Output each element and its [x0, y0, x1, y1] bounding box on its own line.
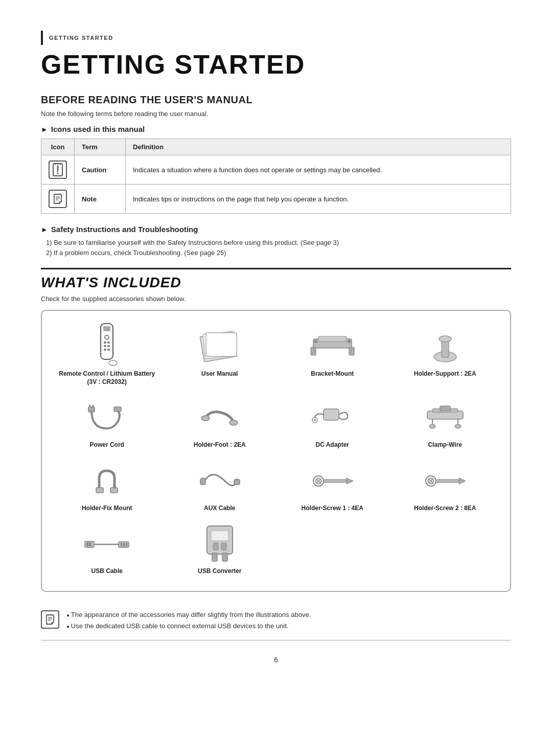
remote-img: [81, 326, 132, 367]
svg-rect-15: [107, 345, 110, 347]
dc-adapter-label: DC Adapter: [315, 441, 349, 449]
usb-converter-label: USB Converter: [198, 567, 241, 576]
svg-rect-21: [206, 333, 237, 356]
manual-label: User Manual: [201, 370, 238, 378]
screw1-label: Holder-Screw 1 : 4EA: [302, 505, 363, 513]
svg-rect-42: [440, 406, 450, 411]
svg-rect-71: [123, 543, 125, 546]
svg-rect-76: [211, 531, 228, 541]
svg-rect-75: [222, 553, 227, 561]
icons-heading-text: Icons used in this manual: [51, 125, 145, 133]
svg-rect-72: [126, 543, 127, 546]
caution-term: Caution: [75, 155, 126, 185]
section1-title: BEFORE READING THE USER'S MANUAL: [41, 94, 511, 106]
svg-rect-25: [349, 347, 354, 355]
whats-included-note: Check for the supplied accessories shown…: [41, 295, 511, 303]
accessory-holder-support: Holder-Support : 2EA: [390, 323, 500, 389]
accessories-grid: Remote Control / Lithium Battery(3V : CR…: [52, 323, 500, 579]
col-term-header: Term: [75, 139, 126, 155]
accessory-clamp-wire: Clamp-Wire: [390, 394, 500, 452]
svg-rect-63: [436, 479, 459, 483]
note-term: Note: [75, 185, 126, 214]
usb-cable-label: USB Cable: [91, 567, 123, 576]
safety-heading-text: Safety Instructions and Troubleshooting: [51, 225, 198, 234]
accessory-dc-adapter: DC Adapter: [278, 394, 387, 452]
bracket-label: Bracket-Mount: [311, 370, 354, 378]
svg-point-35: [201, 416, 210, 421]
svg-rect-14: [104, 345, 106, 347]
note-item-1: The appearance of the accessories may di…: [66, 609, 311, 621]
notes-text: The appearance of the accessories may di…: [66, 609, 311, 632]
svg-point-45: [429, 424, 435, 428]
svg-rect-34: [114, 407, 121, 411]
aux-cable-label: AUX Cable: [204, 505, 235, 513]
table-row: Note Indicates tips or instructions on t…: [41, 185, 511, 214]
accessory-usb-cable: USB Cable: [52, 520, 162, 579]
svg-point-26: [314, 340, 317, 343]
svg-point-2: [57, 173, 59, 174]
svg-rect-48: [110, 488, 118, 493]
svg-rect-24: [311, 347, 316, 355]
svg-point-46: [455, 424, 461, 428]
svg-point-11: [105, 335, 109, 339]
holder-fix-label: Holder-Fix Mount: [82, 505, 132, 513]
col-icon-header: Icon: [41, 139, 75, 155]
svg-point-39: [314, 419, 316, 421]
bottom-rule: [41, 640, 511, 640]
accessory-screw2: Holder-Screw 2 : 8EA: [390, 457, 500, 516]
power-cord-img: [81, 397, 132, 438]
svg-rect-16: [104, 349, 106, 351]
breadcrumb-bar: [41, 31, 43, 45]
holder-support-img: [420, 326, 471, 367]
holder-foot-label: Holder-Foot : 2EA: [194, 441, 246, 449]
accessory-usb-converter: USB Converter: [165, 520, 275, 579]
safety-item-1: 1) Be sure to familiarise yourself with …: [46, 239, 511, 246]
clamp-wire-img: [420, 397, 471, 438]
svg-rect-77: [213, 543, 218, 550]
caution-icon: [49, 161, 67, 179]
dc-adapter-img: [307, 397, 358, 438]
note-item-2: Use the dedicated USB cable to connect e…: [66, 621, 311, 632]
svg-marker-58: [347, 478, 353, 484]
svg-rect-23: [318, 336, 347, 341]
page-title: GETTING STARTED: [41, 49, 511, 80]
svg-point-18: [109, 360, 117, 365]
svg-point-30: [439, 336, 451, 342]
accessory-holder-foot: Holder-Foot : 2EA: [165, 394, 275, 452]
page-number: 6: [41, 656, 511, 664]
accessory-aux-cable: AUX Cable: [165, 457, 275, 516]
icons-table: Icon Term Definition Caution: [41, 139, 511, 214]
note-icon-wrap: [41, 610, 59, 629]
svg-rect-47: [96, 488, 103, 493]
bracket-img: [307, 326, 358, 367]
screw2-img: [420, 461, 471, 501]
svg-point-36: [229, 420, 238, 425]
svg-rect-78: [221, 543, 226, 550]
manual-img: [194, 326, 245, 367]
svg-marker-64: [459, 478, 466, 484]
whats-included-title: WHAT'S INCLUDED: [41, 268, 511, 291]
aux-cable-img: [194, 461, 245, 501]
svg-rect-17: [107, 349, 110, 351]
icons-heading: ► Icons used in this manual: [41, 125, 511, 133]
safety-list: 1) Be sure to familiarise yourself with …: [41, 239, 511, 257]
holder-fix-img: [81, 461, 132, 501]
arrow-icon-2: ►: [41, 225, 48, 234]
holder-support-label: Holder-Support : 2EA: [414, 370, 476, 378]
holder-foot-img: [194, 397, 245, 438]
breadcrumb: Getting Started: [41, 31, 511, 45]
svg-point-27: [348, 340, 351, 343]
svg-rect-10: [103, 326, 110, 331]
svg-rect-66: [86, 542, 88, 546]
svg-rect-67: [89, 542, 91, 546]
safety-heading: ► Safety Instructions and Troubleshootin…: [41, 225, 511, 234]
svg-rect-74: [212, 553, 217, 561]
accessory-manual: User Manual: [165, 323, 275, 389]
accessory-holder-fix: Holder-Fix Mount: [52, 457, 162, 516]
svg-rect-57: [324, 479, 347, 483]
svg-rect-12: [104, 341, 106, 343]
screw1-img: [307, 461, 358, 501]
arrow-icon: ►: [41, 125, 48, 133]
note-definition: Indicates tips or instructions on the pa…: [126, 185, 511, 214]
svg-rect-37: [324, 409, 339, 420]
